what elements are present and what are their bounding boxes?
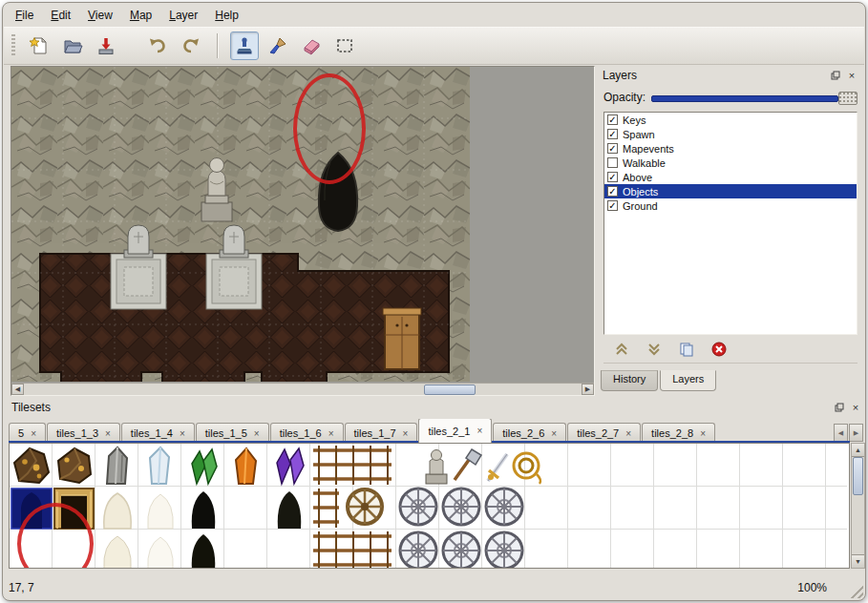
layer-checkbox[interactable]: ✓ xyxy=(607,129,618,139)
tileset-canvas[interactable] xyxy=(10,444,847,568)
tileset-tab-label: tiles_1_7 xyxy=(354,427,396,439)
cursor-coordinates: 17, 7 xyxy=(9,581,797,594)
layer-checkbox[interactable]: ✓ xyxy=(607,172,618,182)
layer-row[interactable]: ✓ Objects xyxy=(604,184,857,198)
move-layer-down-button[interactable] xyxy=(644,339,665,360)
tileset-tab[interactable]: tiles_2_7 × xyxy=(567,423,641,443)
tab-scroll-buttons: ◀ ▶ xyxy=(834,424,863,442)
layer-row[interactable]: ✓ Spawn xyxy=(604,127,857,141)
tab-layers[interactable]: Layers xyxy=(660,370,716,391)
layers-panel-title: Layers xyxy=(603,69,826,82)
select-tool-icon xyxy=(334,35,355,56)
toolbar-grip[interactable] xyxy=(11,34,15,57)
tileset-tab[interactable]: tiles_2_8 × xyxy=(642,423,715,443)
tab-close-icon[interactable]: × xyxy=(254,428,260,439)
map-hscrollbar[interactable]: ◀ ▶ xyxy=(11,383,594,395)
chevron-up-icon xyxy=(614,342,629,357)
menu-file[interactable]: File xyxy=(7,6,42,25)
float-icon[interactable] xyxy=(829,69,842,82)
save-map-button[interactable] xyxy=(92,31,120,60)
tileset-tab[interactable]: tiles_2_1 × xyxy=(418,419,492,443)
scroll-down-icon[interactable]: ▼ xyxy=(852,554,864,568)
redo-button[interactable] xyxy=(177,31,205,60)
undo-icon xyxy=(147,35,168,56)
brush-tool-button[interactable] xyxy=(264,31,292,60)
zoom-level: 100% xyxy=(797,581,827,594)
menu-view[interactable]: View xyxy=(79,6,121,25)
vscroll-thumb[interactable] xyxy=(853,457,863,495)
tab-close-icon[interactable]: × xyxy=(328,428,334,439)
hscroll-left-arrow[interactable]: ◀ xyxy=(11,384,24,395)
brush-tool-icon xyxy=(267,35,288,56)
tab-close-icon[interactable]: × xyxy=(403,428,409,439)
menu-help[interactable]: Help xyxy=(206,6,247,25)
hscroll-right-arrow[interactable]: ▶ xyxy=(582,384,594,395)
opacity-slider-track[interactable] xyxy=(651,95,838,102)
layer-row[interactable]: ✓ Keys xyxy=(604,113,857,127)
opacity-slider[interactable] xyxy=(651,91,857,104)
tileset-tab-label: tiles_1_4 xyxy=(131,427,173,439)
hscroll-thumb[interactable] xyxy=(424,385,476,395)
tab-close-icon[interactable]: × xyxy=(476,426,482,436)
tile-wheel[interactable] xyxy=(348,489,382,524)
opacity-label: Opacity: xyxy=(603,91,646,104)
tileset-view xyxy=(9,443,850,569)
layer-row[interactable]: Walkable xyxy=(604,156,857,170)
duplicate-layer-button[interactable] xyxy=(676,339,697,360)
delete-layer-button[interactable] xyxy=(709,339,730,360)
new-file-icon xyxy=(29,35,50,56)
tab-close-icon[interactable]: × xyxy=(105,428,111,439)
move-layer-up-button[interactable] xyxy=(611,339,632,360)
close-icon[interactable]: × xyxy=(845,69,858,82)
layer-row[interactable]: ✓ Above xyxy=(604,170,857,184)
tile-door-frame[interactable] xyxy=(54,489,94,529)
layer-checkbox[interactable]: ✓ xyxy=(607,186,618,197)
tab-close-icon[interactable]: × xyxy=(700,428,706,439)
tileset-tab[interactable]: tiles_2_6 × xyxy=(493,423,566,443)
tileset-tab[interactable]: tiles_1_4 × xyxy=(121,423,195,443)
map-canvas[interactable] xyxy=(11,67,470,382)
opacity-slider-handle[interactable] xyxy=(838,92,857,105)
stamp-tool-button[interactable] xyxy=(230,31,259,60)
layer-label: Mapevents xyxy=(623,143,674,155)
tileset-vscrollbar[interactable]: ▲ ▼ xyxy=(851,443,865,569)
duplicate-icon xyxy=(679,342,694,357)
layers-panel: Layers × Opacity: ✓ Keys ✓ Spawn ✓ xyxy=(598,66,863,394)
tab-scroll-left-icon[interactable]: ◀ xyxy=(834,424,848,442)
tileset-tabbar: 5 × tiles_1_3 × tiles_1_4 × tiles_1_5 × … xyxy=(9,419,833,443)
layer-buttons xyxy=(603,336,857,364)
cabinet xyxy=(383,308,421,369)
menu-map[interactable]: Map xyxy=(121,6,160,25)
select-tool-button[interactable] xyxy=(330,31,359,60)
layer-checkbox[interactable]: ✓ xyxy=(607,143,618,154)
tab-scroll-right-icon[interactable]: ▶ xyxy=(849,424,863,442)
tab-close-icon[interactable]: × xyxy=(551,428,557,439)
layer-checkbox[interactable]: ✓ xyxy=(607,114,618,125)
tileset-tab[interactable]: 5 × xyxy=(9,423,46,443)
tab-history[interactable]: History xyxy=(601,370,658,391)
layer-checkbox[interactable] xyxy=(607,157,618,168)
open-map-button[interactable] xyxy=(58,31,87,60)
tilesets-titlebar: Tilesets × xyxy=(7,398,866,417)
menu-edit[interactable]: Edit xyxy=(42,6,79,25)
tileset-tab[interactable]: tiles_1_6 × xyxy=(270,423,344,443)
tileset-tab[interactable]: tiles_1_5 × xyxy=(196,423,269,443)
tileset-tab[interactable]: tiles_1_3 × xyxy=(47,423,120,443)
new-map-button[interactable] xyxy=(25,31,53,60)
tab-close-icon[interactable]: × xyxy=(625,428,631,439)
tileset-tab[interactable]: tiles_1_7 × xyxy=(345,423,418,443)
eraser-tool-button[interactable] xyxy=(297,31,326,60)
eraser-tool-icon xyxy=(301,35,322,56)
float-icon[interactable] xyxy=(833,401,846,414)
tab-close-icon[interactable]: × xyxy=(31,428,36,439)
menu-layer[interactable]: Layer xyxy=(160,6,206,25)
scroll-up-icon[interactable]: ▲ xyxy=(852,444,864,457)
selected-tile[interactable] xyxy=(11,489,52,529)
layer-row[interactable]: ✓ Mapevents xyxy=(604,141,857,156)
redo-icon xyxy=(180,35,201,56)
tab-close-icon[interactable]: × xyxy=(180,428,185,439)
close-icon[interactable]: × xyxy=(849,401,862,414)
undo-button[interactable] xyxy=(143,31,172,60)
layer-row[interactable]: ✓ Ground xyxy=(604,198,857,213)
layer-checkbox[interactable]: ✓ xyxy=(607,200,618,211)
